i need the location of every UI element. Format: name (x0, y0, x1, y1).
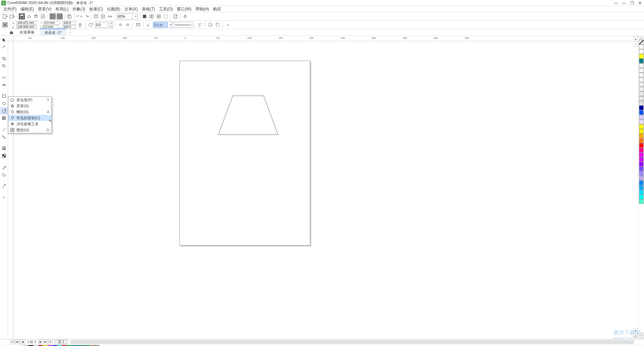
menu-text[interactable]: 文本(X) (122, 6, 140, 13)
pdf-button[interactable]: PDF (107, 13, 113, 19)
height-input[interactable] (42, 25, 58, 29)
grid-button[interactable] (156, 13, 162, 19)
to-front-button[interactable] (207, 22, 213, 28)
flyout-polygon[interactable]: 多边形(P) Y (8, 97, 51, 103)
flyout-spiral[interactable]: 螺纹(S) A (8, 109, 51, 115)
color-swatch[interactable] (639, 101, 644, 106)
page-add-button[interactable]: ⊕ (10, 340, 15, 344)
polygon-tool[interactable] (1, 108, 7, 114)
navigator-button[interactable]: ◱ (633, 334, 638, 338)
page-first-button[interactable]: ⏮ (15, 340, 20, 344)
window-help-icon[interactable]: ▭ (613, 1, 619, 5)
home-tab-icon[interactable] (8, 29, 14, 36)
wrap-text-button[interactable] (197, 22, 203, 28)
outline-width-dropdown[interactable]: ▾ (169, 22, 172, 28)
minimize-icon[interactable]: — (621, 1, 627, 5)
color-swatch[interactable] (639, 77, 644, 82)
page-prev-button[interactable]: ◀ (20, 340, 25, 344)
menu-bitmap[interactable]: 位图(B) (105, 6, 122, 13)
color-swatch[interactable] (639, 190, 644, 195)
palette-down-button[interactable]: ▾ (639, 332, 644, 336)
color-swatch[interactable] (639, 152, 644, 157)
menu-file[interactable]: 文件(F) (1, 6, 18, 13)
ruler-corner[interactable] (8, 36, 13, 41)
color-swatch[interactable] (639, 120, 644, 124)
drop-shadow-tool[interactable] (1, 145, 7, 152)
color-swatch[interactable] (639, 162, 644, 166)
color-swatch[interactable] (639, 59, 644, 63)
export2-button[interactable] (100, 13, 106, 19)
customize-button[interactable]: + (1, 194, 7, 201)
publish2-button[interactable] (57, 13, 63, 19)
print-button[interactable] (33, 13, 39, 19)
color-swatch[interactable] (639, 124, 644, 129)
color-swatch[interactable] (639, 54, 644, 59)
add-button[interactable]: + (225, 22, 231, 28)
scroll-down-button[interactable]: ▾ (633, 328, 638, 333)
copy-button[interactable] (66, 13, 72, 19)
flyout-star[interactable]: 星形(S) (8, 103, 51, 109)
fullscreen-button[interactable] (142, 13, 148, 19)
x-input[interactable] (16, 21, 37, 25)
color-swatch[interactable] (639, 68, 644, 73)
nav-plus-button[interactable]: + (633, 42, 638, 47)
menu-layout[interactable]: 布局(L) (53, 6, 70, 13)
shape-tool[interactable] (1, 44, 7, 51)
menu-object[interactable]: 对象(J) (70, 6, 87, 13)
snap-button[interactable] (149, 13, 155, 19)
redo-button[interactable]: ▾ (83, 13, 89, 19)
flyout-common-shapes[interactable]: 常见的形状(C) (8, 115, 51, 121)
menu-buy[interactable]: 购买 (211, 6, 223, 13)
page-last-button[interactable]: ⏭ (43, 340, 48, 344)
color-swatch[interactable] (639, 171, 644, 176)
color-swatch[interactable] (639, 195, 644, 199)
page-next-button[interactable]: ▶ (38, 340, 43, 344)
color-swatch[interactable] (639, 82, 644, 87)
fill-tool[interactable] (1, 171, 7, 178)
pick-tool[interactable] (1, 37, 7, 43)
color-swatch[interactable] (639, 134, 644, 138)
eyedropper-tool[interactable] (1, 164, 7, 170)
color-swatch[interactable] (639, 45, 644, 49)
scroll-up-button[interactable]: ▴ (633, 37, 638, 41)
menu-edit[interactable]: 编辑(E) (18, 6, 36, 13)
save-button[interactable] (19, 13, 25, 19)
import-button[interactable] (93, 13, 99, 19)
page-tab[interactable]: 页 1 (54, 340, 68, 344)
rectangle-tool[interactable] (1, 93, 7, 99)
object-origin-button[interactable] (2, 22, 8, 28)
color-swatch[interactable] (639, 148, 644, 152)
canvas-viewport[interactable] (13, 41, 633, 339)
close-icon[interactable]: ✕ (637, 1, 643, 5)
add-tab-button[interactable]: + (67, 30, 73, 35)
ellipse-tool[interactable] (1, 100, 7, 107)
document-tab[interactable]: 未命名 -1* (40, 28, 66, 36)
palette-flyout-button[interactable]: ◂ (639, 336, 644, 339)
color-swatch[interactable] (639, 115, 644, 120)
new-button[interactable]: ▾ (2, 13, 8, 19)
connector-tool[interactable] (1, 134, 7, 140)
color-swatch[interactable] (639, 143, 644, 148)
lock-ratio-button[interactable] (77, 22, 83, 28)
options-button[interactable] (182, 13, 188, 19)
guides-button[interactable] (163, 13, 169, 19)
outline-width-input[interactable] (153, 22, 168, 28)
mirror-h-button[interactable] (117, 22, 123, 28)
color-swatch[interactable] (639, 110, 644, 115)
menu-tools[interactable]: 工具(O) (157, 6, 175, 13)
menu-table[interactable]: 表格(T) (140, 6, 157, 13)
artistic-media-tool[interactable] (1, 81, 7, 88)
menu-help[interactable]: 帮助(H) (194, 6, 211, 13)
color-swatch[interactable] (639, 63, 644, 68)
color-swatch[interactable] (639, 157, 644, 162)
color-swatch[interactable] (639, 185, 644, 190)
color-swatch[interactable] (639, 138, 644, 143)
color-swatch[interactable] (639, 96, 644, 101)
freehand-tool[interactable] (1, 74, 7, 81)
menu-effects[interactable]: 效果(C) (87, 6, 105, 13)
width-input[interactable] (44, 21, 60, 25)
color-swatch[interactable] (639, 91, 644, 96)
menu-view[interactable]: 查看(V) (36, 6, 53, 13)
color-swatch[interactable] (639, 49, 644, 54)
cloud-button[interactable] (26, 13, 32, 19)
